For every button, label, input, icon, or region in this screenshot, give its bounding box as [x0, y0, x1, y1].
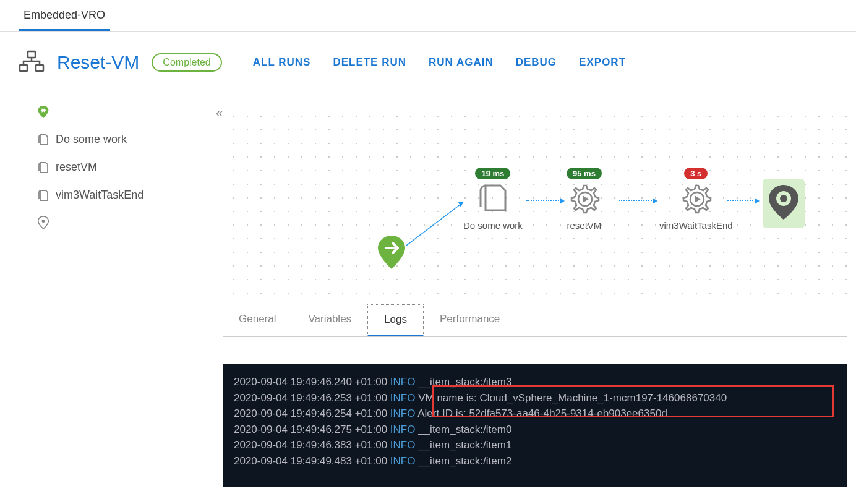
- tab-general[interactable]: General: [223, 304, 292, 336]
- arrow-3-end: [727, 200, 758, 201]
- arrow-start-to-node1: [406, 199, 468, 248]
- svg-rect-2: [36, 65, 43, 71]
- tab-logs[interactable]: Logs: [367, 304, 424, 336]
- run-again-link[interactable]: RUN AGAIN: [429, 56, 494, 69]
- arrow-1-2: [526, 200, 563, 201]
- workflow-title: Reset-VM: [57, 52, 139, 73]
- step-do-some-work[interactable]: Do some work: [37, 133, 223, 146]
- delete-run-link[interactable]: DELETE RUN: [333, 56, 406, 69]
- log-line: 2020-09-04 19:49:49.483 +01:00 INFO __it…: [234, 453, 836, 469]
- step-list: Do some work resetVM vim3WaitTaskEnd: [37, 106, 223, 229]
- tab-variables[interactable]: Variables: [292, 304, 367, 336]
- svg-point-3: [42, 220, 45, 223]
- debug-link[interactable]: DEBUG: [516, 56, 557, 69]
- step-resetvm[interactable]: resetVM: [37, 161, 223, 174]
- workflow-canvas[interactable]: 19 ms Do some work 95 ms resetVM 3 s vim…: [223, 106, 847, 304]
- canvas-end-node[interactable]: [763, 179, 805, 228]
- status-badge: Completed: [152, 53, 221, 72]
- step-label: vim3WaitTaskEnd: [56, 189, 143, 202]
- tab-embedded-vro[interactable]: Embedded-VRO: [19, 0, 110, 31]
- collapse-panel-icon[interactable]: «: [216, 106, 223, 120]
- svg-point-9: [780, 195, 787, 202]
- script-icon: [477, 182, 509, 214]
- svg-marker-5: [458, 202, 463, 207]
- canvas-start-node[interactable]: [378, 236, 405, 271]
- log-line: 2020-09-04 19:49:46.383 +01:00 INFO __it…: [234, 437, 836, 453]
- step-start[interactable]: [37, 106, 223, 118]
- all-runs-link[interactable]: ALL RUNS: [253, 56, 311, 69]
- timing-badge: 3 s: [684, 168, 708, 179]
- timing-badge: 95 ms: [567, 168, 602, 179]
- timing-badge: 19 ms: [475, 168, 510, 179]
- node-label: Do some work: [463, 220, 523, 231]
- tab-performance[interactable]: Performance: [424, 304, 516, 336]
- logs-panel: 2020-09-04 19:49:46.240 +01:00 INFO __it…: [223, 364, 847, 487]
- canvas-node-do-some-work[interactable]: 19 ms Do some work: [463, 168, 523, 231]
- gear-play-icon: [568, 182, 600, 214]
- step-label: resetVM: [56, 161, 97, 174]
- highlight-annotation: [432, 385, 834, 417]
- export-link[interactable]: EXPORT: [579, 56, 626, 69]
- workflow-icon: [19, 50, 45, 75]
- svg-rect-1: [20, 65, 27, 71]
- arrow-2-3: [619, 200, 656, 201]
- svg-line-4: [406, 202, 463, 246]
- node-label: resetVM: [567, 220, 602, 231]
- log-line: 2020-09-04 19:49:46.275 +01:00 INFO __it…: [234, 422, 836, 438]
- canvas-node-resetvm[interactable]: 95 ms resetVM: [567, 168, 602, 231]
- step-label: Do some work: [56, 133, 127, 146]
- canvas-node-vim3waittaskend[interactable]: 3 s vim3WaitTaskEnd: [659, 168, 733, 231]
- step-vim3waittaskend[interactable]: vim3WaitTaskEnd: [37, 189, 223, 202]
- gear-play-icon: [680, 182, 712, 214]
- svg-rect-0: [28, 51, 35, 58]
- node-label: vim3WaitTaskEnd: [659, 220, 733, 231]
- step-end[interactable]: [37, 216, 223, 229]
